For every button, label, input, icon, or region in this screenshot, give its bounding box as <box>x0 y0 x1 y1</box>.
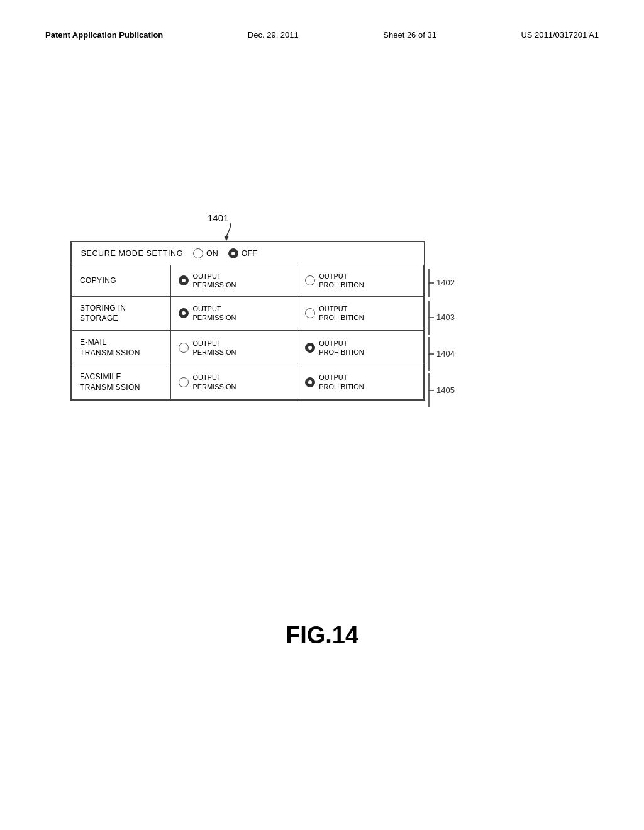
storing-permission-circle <box>179 308 189 318</box>
svg-text:1405: 1405 <box>436 385 455 395</box>
header-patent: US 2011/0317201 A1 <box>521 30 599 40</box>
arrow-1401-svg <box>221 223 240 241</box>
email-permission-circle <box>179 343 189 353</box>
fax-permission-radio[interactable]: OUTPUTPERMISSION <box>179 373 289 391</box>
page-header: Patent Application Publication Dec. 29, … <box>45 30 599 40</box>
brackets-container: 1402 1403 1404 1405 <box>428 241 472 401</box>
off-radio-group[interactable]: OFF <box>228 248 257 258</box>
fax-prohibition-circle <box>305 377 315 387</box>
storing-prohibition-radio[interactable]: OUTPUTPROHIBITION <box>305 304 416 323</box>
email-prohibition-label: OUTPUTPROHIBITION <box>319 339 364 357</box>
off-radio-label: OFF <box>242 249 257 258</box>
page: Patent Application Publication Dec. 29, … <box>0 0 644 830</box>
bracket-1403-svg: 1403 <box>428 299 462 336</box>
fax-label: FACSIMILETRANSMISSION <box>80 372 140 392</box>
copying-label: COPYING <box>80 276 116 285</box>
fax-permission-cell: OUTPUTPERMISSION <box>171 365 297 399</box>
header-sheet: Sheet 26 of 31 <box>383 30 436 40</box>
copying-permission-circle <box>179 275 189 285</box>
storing-permission-radio[interactable]: OUTPUTPERMISSION <box>179 304 289 323</box>
label-1401: 1401 <box>208 213 228 223</box>
secure-mode-cell: SECURE MODE SETTING ON <box>72 242 424 265</box>
fax-prohibition-label: OUTPUTPROHIBITION <box>319 373 364 391</box>
off-radio-circle <box>228 248 238 258</box>
fax-permission-label: OUTPUTPERMISSION <box>192 373 236 391</box>
figure-caption: FIG.14 <box>286 622 358 649</box>
svg-marker-0 <box>224 236 229 241</box>
email-label-cell: E-MAILTRANSMISSION <box>72 331 171 365</box>
copying-permission-radio[interactable]: OUTPUTPERMISSION <box>179 272 289 290</box>
email-prohibition-radio[interactable]: OUTPUTPROHIBITION <box>305 339 416 357</box>
copying-prohibition-radio[interactable]: OUTPUTPROHIBITION <box>305 272 416 290</box>
email-permission-cell: OUTPUTPERMISSION <box>171 331 297 365</box>
storing-prohibition-circle <box>305 308 315 318</box>
email-permission-label: OUTPUTPERMISSION <box>192 339 236 357</box>
copying-label-cell: COPYING <box>72 265 171 297</box>
diagram-container: SECURE MODE SETTING ON <box>70 241 472 401</box>
copying-prohibition-circle <box>305 275 315 285</box>
email-label: E-MAILTRANSMISSION <box>80 338 140 357</box>
storing-prohibition-cell: OUTPUTPROHIBITION <box>297 296 424 331</box>
copying-row: COPYING OUTPUTPERMISSION OU <box>72 265 424 297</box>
svg-text:1402: 1402 <box>436 278 455 287</box>
fax-row: FACSIMILETRANSMISSION OUTPUTPERMISSION <box>72 365 424 399</box>
storing-row: STORING INSTORAGE OUTPUTPERMISSION <box>72 296 424 331</box>
email-permission-radio[interactable]: OUTPUTPERMISSION <box>179 339 289 357</box>
email-row: E-MAILTRANSMISSION OUTPUTPERMISSION <box>72 331 424 365</box>
storing-prohibition-label: OUTPUTPROHIBITION <box>319 304 364 323</box>
storing-permission-label: OUTPUTPERMISSION <box>192 304 236 323</box>
header-date: Dec. 29, 2011 <box>248 30 299 40</box>
settings-table: SECURE MODE SETTING ON <box>72 242 424 399</box>
fax-prohibition-cell: OUTPUTPROHIBITION <box>297 365 424 399</box>
fax-label-cell: FACSIMILETRANSMISSION <box>72 365 171 399</box>
storing-label: STORING INSTORAGE <box>80 304 126 323</box>
bracket-1404-svg: 1404 <box>428 336 462 372</box>
on-radio-group[interactable]: ON <box>193 248 218 258</box>
on-radio-circle <box>193 248 203 258</box>
storing-permission-cell: OUTPUTPERMISSION <box>171 296 297 331</box>
bracket-1405-svg: 1405 <box>428 372 462 409</box>
copying-permission-label: OUTPUTPERMISSION <box>192 272 236 290</box>
header-publication: Patent Application Publication <box>45 30 163 40</box>
secure-mode-content: SECURE MODE SETTING ON <box>81 248 415 258</box>
secure-mode-row: SECURE MODE SETTING ON <box>72 242 424 265</box>
svg-text:1403: 1403 <box>436 313 455 322</box>
fax-permission-circle <box>179 377 189 387</box>
storing-label-cell: STORING INSTORAGE <box>72 296 171 331</box>
bracket-1402-svg: 1402 <box>428 268 462 299</box>
diagram-box: SECURE MODE SETTING ON <box>70 241 425 401</box>
copying-prohibition-cell: OUTPUTPROHIBITION <box>297 265 424 297</box>
email-prohibition-cell: OUTPUTPROHIBITION <box>297 331 424 365</box>
off-radio-inner <box>231 252 235 255</box>
email-prohibition-circle <box>305 343 315 353</box>
copying-permission-cell: OUTPUTPERMISSION <box>171 265 297 297</box>
on-radio-label: ON <box>206 249 218 258</box>
secure-mode-title: SECURE MODE SETTING <box>81 249 184 258</box>
fax-prohibition-radio[interactable]: OUTPUTPROHIBITION <box>305 373 416 391</box>
copying-prohibition-label: OUTPUTPROHIBITION <box>319 272 364 290</box>
svg-text:1404: 1404 <box>436 349 455 358</box>
